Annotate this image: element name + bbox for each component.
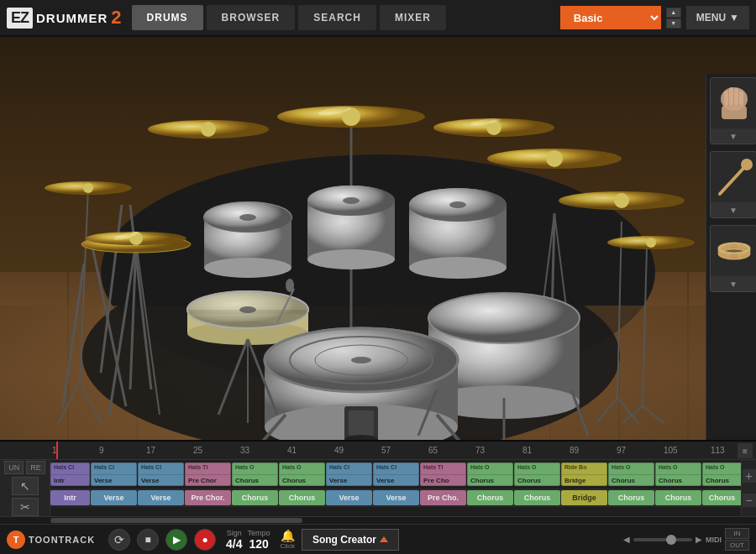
track-controls: UN RE ↖ ✂: [0, 460, 50, 516]
label-prechorus-1[interactable]: Pre Chor.: [185, 490, 231, 505]
ruler-9: 9: [97, 446, 144, 455]
label-chorus-3[interactable]: Chorus: [467, 490, 513, 505]
menu-button[interactable]: MENU ▼: [686, 6, 749, 29]
ruler-65: 65: [427, 446, 474, 455]
loop-button[interactable]: ⟳: [108, 529, 130, 551]
label-chorus-4[interactable]: Chorus: [514, 490, 560, 505]
zoom-in-button[interactable]: +: [743, 469, 756, 483]
label-intro[interactable]: Intr: [50, 490, 90, 505]
side-panels: ▼ ▼ ▼: [706, 74, 756, 440]
midi-section: ◀ ▶ MIDI IN OUT: [623, 528, 749, 551]
clip-intro[interactable]: Hats Cl Intr: [50, 463, 90, 486]
menu-label: MENU: [696, 12, 726, 24]
tab-drums[interactable]: DRUMS: [132, 5, 203, 30]
preset-select[interactable]: Basic: [560, 6, 661, 29]
tempo-label: Tempo: [248, 529, 270, 537]
preset-up-arrow[interactable]: ▲: [666, 8, 681, 18]
clip-chorus-5[interactable]: Hats O Chorus: [608, 463, 654, 486]
clip-c2-top: Hats O: [282, 464, 322, 470]
scrollbar-thumb[interactable]: [50, 518, 302, 523]
label-chorus-6[interactable]: Chorus: [655, 490, 701, 505]
ruler-33: 33: [239, 446, 286, 455]
svg-rect-101: [724, 91, 728, 106]
click-icon: 🔔: [281, 529, 295, 542]
svg-rect-103: [734, 88, 738, 106]
ruler-settings-btn[interactable]: ≡: [738, 443, 753, 458]
tab-mixer[interactable]: MIXER: [380, 5, 446, 30]
midi-in-button[interactable]: IN: [725, 528, 749, 539]
label-prechorus-2[interactable]: Pre Cho.: [420, 490, 466, 505]
svg-point-90: [286, 279, 294, 292]
clip-c3-top: Hats O: [470, 464, 510, 470]
volume-slider[interactable]: [633, 538, 692, 541]
svg-rect-102: [729, 87, 733, 106]
stop-button[interactable]: ■: [137, 529, 159, 551]
zoom-out-button[interactable]: −: [743, 494, 756, 507]
vol-right-arrow-icon[interactable]: ▶: [696, 535, 702, 544]
clip-bridge[interactable]: Ride Bo Bridge: [561, 463, 607, 486]
clip-chorus-7[interactable]: Hats O Chorus: [702, 463, 741, 486]
clip-chorus-2[interactable]: Hats O Chorus: [279, 463, 325, 486]
tab-browser[interactable]: BROWSER: [207, 5, 296, 30]
clip-c1-top: Hats O: [235, 464, 275, 470]
side-panel-2[interactable]: ▼: [710, 151, 756, 218]
click-section[interactable]: 🔔 Click: [281, 529, 295, 550]
label-chorus-5[interactable]: Chorus: [608, 490, 654, 505]
svg-point-35: [546, 150, 563, 167]
record-button[interactable]: ●: [194, 529, 216, 551]
song-creator-button[interactable]: Song Creator: [302, 529, 399, 551]
volume-thumb[interactable]: [666, 535, 676, 545]
midi-label: MIDI: [706, 536, 722, 544]
clip-chorus-6[interactable]: Hats O Chorus: [655, 463, 701, 486]
label-bridge[interactable]: Bridge: [561, 490, 607, 505]
clip-pre-chorus-2[interactable]: Hats Tl Pre Cho: [420, 463, 466, 486]
side-panel-2-chevron: ▼: [729, 206, 738, 215]
menu-chevron-icon: ▼: [729, 12, 739, 24]
redo-button[interactable]: RE: [26, 461, 45, 474]
midi-out-button[interactable]: OUT: [725, 540, 749, 551]
tab-search[interactable]: SEARCH: [298, 5, 376, 30]
top-nav-bar: EZ DRUMMER 2 DRUMS BROWSER SEARCH MIXER …: [0, 0, 756, 37]
label-chorus-2[interactable]: Chorus: [279, 490, 325, 505]
clip-verse-2[interactable]: Hats Cl Verse: [138, 463, 184, 486]
sign-value: 4/4: [226, 537, 242, 551]
toontrack-logo: T TOONTRACK: [7, 530, 95, 549]
drum-kit-area: ▼ ▼ ▼: [0, 37, 756, 440]
track-zoom: + −: [741, 460, 756, 516]
pointer-tool-button[interactable]: ↖: [12, 477, 39, 495]
transport-bar: T TOONTRACK ⟳ ■ ▶ ● Sign 4/4 Tempo 120 🔔…: [0, 524, 756, 554]
side-panel-3[interactable]: ▼: [710, 225, 756, 292]
track-scrollbar[interactable]: [0, 517, 756, 524]
sign-label: Sign: [227, 529, 242, 537]
svg-rect-79: [349, 410, 374, 436]
svg-point-91: [239, 214, 256, 221]
side-panel-1[interactable]: ▼: [710, 77, 756, 144]
undo-button[interactable]: UN: [4, 461, 24, 474]
label-verse-1[interactable]: Verse: [91, 490, 137, 505]
clip-chorus-4[interactable]: Hats O Chorus: [514, 463, 560, 486]
label-verse-3[interactable]: Verse: [326, 490, 372, 505]
clip-v2-bottom: Verse: [141, 477, 181, 484]
clip-verse-1[interactable]: Hats Cl Verse: [91, 463, 137, 486]
clip-v2-top: Hats Cl: [141, 464, 181, 470]
label-verse-2[interactable]: Verse: [138, 490, 184, 505]
clip-c4-top: Hats O: [517, 464, 557, 470]
clip-verse-4[interactable]: Hats Cl Verse: [373, 463, 419, 486]
label-chorus-7[interactable]: Chorus: [702, 490, 741, 505]
clip-pre-chorus-1[interactable]: Hats Tl Pre Chor: [185, 463, 231, 486]
clip-c1-bottom: Chorus: [235, 477, 275, 484]
label-chorus-1[interactable]: Chorus: [232, 490, 278, 505]
app-logo: EZ DRUMMER 2: [7, 7, 122, 29]
scissors-tool-button[interactable]: ✂: [12, 498, 39, 516]
clip-intro-bottom: Intr: [54, 477, 87, 484]
vol-left-arrow-icon[interactable]: ◀: [623, 535, 630, 544]
clip-chorus-1[interactable]: Hats O Chorus: [232, 463, 278, 486]
drum-kit-svg[interactable]: [0, 37, 706, 440]
clips-row: Hats Cl Intr Hats Cl Verse Hats Cl Verse…: [50, 460, 741, 489]
preset-down-arrow[interactable]: ▼: [666, 18, 681, 29]
timeline-ruler: 1 9 17 25 33 41 49 57 65 73 81 89 97 105…: [0, 442, 756, 460]
clip-verse-3[interactable]: Hats Cl Verse: [326, 463, 372, 486]
label-verse-4[interactable]: Verse: [373, 490, 419, 505]
clip-chorus-3[interactable]: Hats O Chorus: [467, 463, 513, 486]
play-button[interactable]: ▶: [165, 529, 187, 551]
